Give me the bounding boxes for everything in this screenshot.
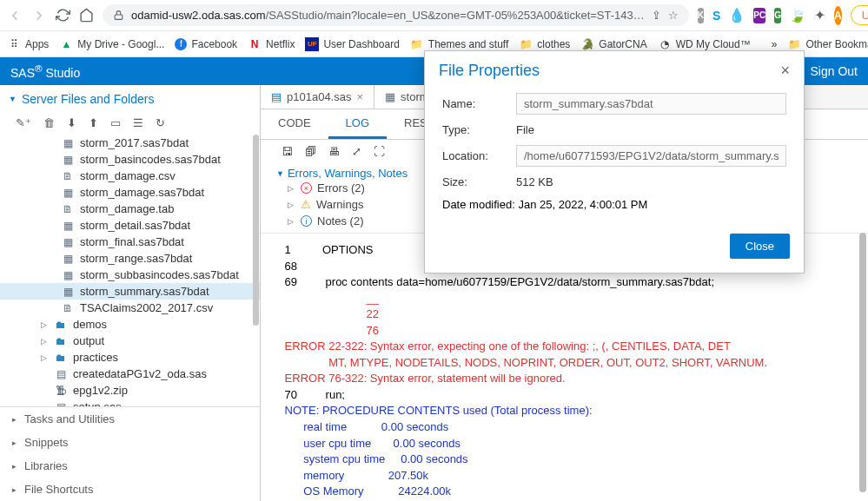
- ext-pc-icon[interactable]: PC: [753, 8, 765, 23]
- file-item[interactable]: ▦storm_2017.sas7bdat: [0, 135, 260, 151]
- file-item[interactable]: ▦storm_detail.sas7bdat: [0, 217, 260, 234]
- sidebar-toolbar: ✎⁺ 🗑 ⬇ ⬆ ▭ ☰ ↻: [0, 113, 260, 135]
- bm-overflow[interactable]: »: [772, 38, 778, 50]
- name-field[interactable]: [516, 93, 786, 115]
- bm-drive[interactable]: ▲My Drive - Googl...: [59, 37, 164, 51]
- subtab-log[interactable]: LOG: [328, 109, 387, 139]
- download-icon[interactable]: ⬇: [67, 116, 76, 129]
- bm-other[interactable]: 📁Other Bookmarks: [787, 37, 868, 51]
- sidebar-section[interactable]: ▸Snippets: [0, 431, 260, 454]
- reload-icon[interactable]: [56, 8, 70, 23]
- refresh-icon[interactable]: ↻: [156, 116, 165, 129]
- file-icon: ▦: [61, 137, 75, 149]
- folder-item[interactable]: ▷🖿demos: [0, 316, 260, 333]
- chevron-down-icon: ▼: [9, 95, 17, 103]
- ext-g-icon[interactable]: G: [774, 8, 781, 23]
- sidebar: ▼ Server Files and Folders ✎⁺ 🗑 ⬇ ⬆ ▭ ☰ …: [0, 85, 261, 501]
- ext-leaf-icon[interactable]: 🍃: [790, 8, 805, 23]
- upload-icon[interactable]: ⬆: [89, 116, 98, 129]
- expand-icon: ▷: [38, 353, 49, 362]
- apps-button[interactable]: ⠿Apps: [7, 37, 49, 51]
- bm-themes[interactable]: 📁Themes and stuff: [410, 37, 509, 51]
- bm-netflix[interactable]: NNetflix: [248, 37, 295, 51]
- file-icon: ▦: [61, 286, 75, 298]
- extensions-icon[interactable]: ✦: [814, 7, 825, 23]
- avatar[interactable]: A: [834, 6, 842, 25]
- file-item[interactable]: ▦storm_subbasincodes.sas7bdat: [0, 267, 260, 283]
- update-button[interactable]: Update: [851, 5, 868, 25]
- file-item[interactable]: ▤createdataPG1v2_oda.sas: [0, 366, 260, 382]
- info-icon: i: [301, 215, 312, 227]
- forward-icon[interactable]: [31, 8, 47, 23]
- bm-gator[interactable]: 🐊GatorCNA: [580, 37, 646, 51]
- chevron-down-icon: ▼: [276, 169, 284, 178]
- file-item[interactable]: 🗎storm_damage.csv: [0, 168, 260, 184]
- subtab-code[interactable]: CODE: [261, 109, 328, 139]
- size-value: 512 KB: [516, 175, 786, 188]
- back-icon[interactable]: [7, 8, 23, 23]
- file-item[interactable]: ▤setup.sas: [0, 399, 260, 406]
- expand-icon: ▸: [9, 462, 19, 471]
- close-button[interactable]: Close: [730, 234, 790, 259]
- save-log-icon[interactable]: 🖫: [282, 145, 293, 158]
- browser-toolbar: odamid-usw2.oda.sas.com/SASStudio/main?l…: [0, 0, 868, 31]
- file-icon: 🗜: [54, 385, 68, 397]
- print-icon[interactable]: 🖶: [328, 145, 340, 158]
- popout-icon[interactable]: ⤢: [352, 145, 361, 158]
- sidebar-section[interactable]: ▸Tasks and Utilities: [0, 407, 260, 431]
- properties-icon[interactable]: ☰: [133, 116, 143, 129]
- ext-drop-icon[interactable]: 💧: [729, 8, 745, 23]
- close-icon[interactable]: ×: [780, 62, 790, 80]
- new-icon[interactable]: ✎⁺: [16, 116, 31, 129]
- expand-icon: ▷: [38, 320, 49, 329]
- folder-item[interactable]: ▷🖿output: [0, 333, 260, 349]
- close-icon[interactable]: ×: [356, 90, 363, 103]
- ext-s-icon[interactable]: S: [712, 8, 720, 23]
- expand-icon[interactable]: ⛶: [374, 145, 385, 158]
- sidebar-section[interactable]: ▸Libraries: [0, 454, 260, 478]
- apps-icon: ⠿: [7, 37, 21, 51]
- bm-facebook[interactable]: fFacebook: [175, 38, 237, 50]
- share-icon[interactable]: ⇪: [652, 9, 661, 22]
- file-item[interactable]: ▦storm_damage.sas7bdat: [0, 184, 260, 201]
- tab-p101a04[interactable]: ▤p101a04.sas×: [261, 85, 374, 109]
- ext-k-icon[interactable]: K: [698, 8, 704, 23]
- folder-icon: 📁: [787, 37, 801, 51]
- new-folder-icon[interactable]: ▭: [110, 116, 121, 129]
- copy-icon[interactable]: 🗐: [305, 145, 316, 158]
- file-item[interactable]: ▦storm_final.sas7bdat: [0, 234, 260, 250]
- expand-icon: ▸: [9, 485, 19, 494]
- url-bar[interactable]: odamid-usw2.oda.sas.com/SASStudio/main?l…: [103, 4, 689, 26]
- bm-clothes[interactable]: 📁clothes: [519, 37, 570, 51]
- folder-item[interactable]: ▷🖿practices: [0, 349, 260, 366]
- scrollbar[interactable]: [253, 135, 259, 326]
- url-text: odamid-usw2.oda.sas.com/SASStudio/main?l…: [131, 9, 645, 22]
- uf-icon: UF: [305, 37, 319, 51]
- panel-server-files[interactable]: ▼ Server Files and Folders: [0, 85, 260, 113]
- log-output[interactable]: 1 OPTIONS 68 69 proc contents data=home/…: [261, 234, 868, 501]
- folder-icon: 🖿: [54, 335, 68, 347]
- file-item[interactable]: 🗎storm_damage.tab: [0, 201, 260, 217]
- folder-icon: 📁: [410, 37, 424, 51]
- bm-wd[interactable]: ◔WD My Cloud™: [658, 37, 751, 51]
- location-field[interactable]: [516, 145, 786, 167]
- bm-dashboard[interactable]: UFUser Dashboard: [305, 37, 399, 51]
- modified-value: Jan 25, 2022, 4:00:01 PM: [518, 198, 647, 211]
- file-item[interactable]: 🗎TSAClaims2002_2017.csv: [0, 300, 260, 316]
- file-icon: ▦: [61, 269, 75, 281]
- lock-icon: [113, 10, 124, 21]
- file-item[interactable]: ▦storm_summary.sas7bdat: [0, 283, 260, 300]
- scrollbar[interactable]: [859, 233, 866, 492]
- sidebar-section[interactable]: ▸File Shortcuts: [0, 478, 260, 501]
- star-icon[interactable]: ☆: [668, 9, 679, 22]
- home-icon[interactable]: [79, 8, 94, 23]
- file-item[interactable]: ▦storm_range.sas7bdat: [0, 250, 260, 267]
- expand-icon: ▷: [285, 184, 295, 193]
- file-icon: ▦: [61, 220, 75, 232]
- delete-icon[interactable]: 🗑: [43, 116, 55, 129]
- size-label: Size:: [442, 175, 516, 188]
- file-item[interactable]: ▦storm_basincodes.sas7bdat: [0, 151, 260, 168]
- file-item[interactable]: 🗜epg1v2.zip: [0, 382, 260, 399]
- sign-out-link[interactable]: Sign Out: [811, 64, 858, 78]
- file-icon: ▦: [61, 154, 75, 166]
